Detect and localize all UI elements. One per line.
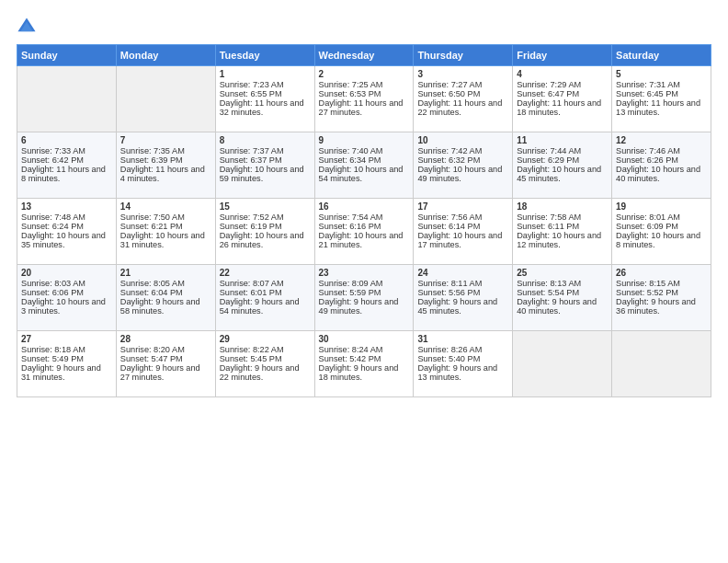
sunrise: Sunrise: 8:01 AM <box>616 213 680 222</box>
sunset: Sunset: 6:53 PM <box>319 89 381 98</box>
sunrise: Sunrise: 8:26 AM <box>417 345 482 354</box>
daylight: Daylight: 10 hours and 59 minutes. <box>220 165 304 183</box>
daylight: Daylight: 9 hours and 54 minutes. <box>220 297 300 316</box>
daylight: Daylight: 9 hours and 18 minutes. <box>319 363 399 382</box>
day-cell: 19 Sunrise: 8:01 AM Sunset: 6:09 PM Dayl… <box>612 199 711 265</box>
week-row-2: 6 Sunrise: 7:33 AM Sunset: 6:42 PM Dayli… <box>17 132 711 199</box>
day-cell: 13 Sunrise: 7:48 AM Sunset: 6:24 PM Dayl… <box>17 199 117 265</box>
sunrise: Sunrise: 8:03 AM <box>21 279 85 288</box>
day-cell: 29 Sunrise: 8:22 AM Sunset: 5:45 PM Dayl… <box>215 331 314 397</box>
day-cell: 9 Sunrise: 7:40 AM Sunset: 6:34 PM Dayli… <box>314 132 414 199</box>
day-cell: 30 Sunrise: 8:24 AM Sunset: 5:42 PM Dayl… <box>314 331 414 397</box>
week-row-1: 1 Sunrise: 7:23 AM Sunset: 6:55 PM Dayli… <box>17 66 711 132</box>
day-header-monday: Monday <box>116 45 215 66</box>
daylight: Daylight: 9 hours and 45 minutes. <box>417 297 497 316</box>
logo <box>17 17 40 37</box>
daylight: Daylight: 9 hours and 49 minutes. <box>319 297 399 316</box>
day-cell: 20 Sunrise: 8:03 AM Sunset: 6:06 PM Dayl… <box>17 265 117 331</box>
sunrise: Sunrise: 7:35 AM <box>120 146 185 155</box>
day-cell: 28 Sunrise: 8:20 AM Sunset: 5:47 PM Dayl… <box>116 331 215 397</box>
day-cell: 11 Sunrise: 7:44 AM Sunset: 6:29 PM Dayl… <box>513 132 612 199</box>
sunrise: Sunrise: 8:18 AM <box>21 345 85 354</box>
day-cell: 22 Sunrise: 8:07 AM Sunset: 6:01 PM Dayl… <box>215 265 314 331</box>
day-number: 1 <box>220 69 311 79</box>
day-number: 12 <box>616 135 707 145</box>
sunset: Sunset: 6:42 PM <box>21 155 84 165</box>
daylight: Daylight: 10 hours and 49 minutes. <box>417 165 502 183</box>
day-number: 14 <box>120 201 211 212</box>
day-number: 22 <box>220 268 311 278</box>
day-cell <box>17 66 117 132</box>
sunset: Sunset: 6:19 PM <box>220 222 282 231</box>
day-number: 11 <box>517 135 608 145</box>
daylight: Daylight: 9 hours and 31 minutes. <box>21 363 101 382</box>
sunrise: Sunrise: 7:29 AM <box>517 80 581 89</box>
day-number: 18 <box>517 201 608 212</box>
daylight: Daylight: 10 hours and 21 minutes. <box>319 231 404 249</box>
day-cell: 2 Sunrise: 7:25 AM Sunset: 6:53 PM Dayli… <box>314 66 414 132</box>
day-number: 8 <box>220 135 311 145</box>
day-number: 24 <box>417 268 508 278</box>
day-cell: 27 Sunrise: 8:18 AM Sunset: 5:49 PM Dayl… <box>17 331 117 397</box>
sunrise: Sunrise: 7:58 AM <box>517 213 581 222</box>
sunset: Sunset: 5:40 PM <box>417 354 480 363</box>
week-row-3: 13 Sunrise: 7:48 AM Sunset: 6:24 PM Dayl… <box>17 199 711 265</box>
sunset: Sunset: 6:24 PM <box>21 222 84 231</box>
sunset: Sunset: 6:45 PM <box>616 89 678 98</box>
sunset: Sunset: 5:59 PM <box>319 288 381 297</box>
daylight: Daylight: 11 hours and 32 minutes. <box>220 98 304 117</box>
sunset: Sunset: 5:52 PM <box>616 288 678 297</box>
day-number: 13 <box>21 201 112 212</box>
day-number: 20 <box>21 268 112 278</box>
day-number: 31 <box>417 334 508 344</box>
daylight: Daylight: 10 hours and 26 minutes. <box>220 231 304 249</box>
day-cell: 17 Sunrise: 7:56 AM Sunset: 6:14 PM Dayl… <box>414 199 513 265</box>
sunrise: Sunrise: 8:05 AM <box>120 279 185 288</box>
day-cell: 3 Sunrise: 7:27 AM Sunset: 6:50 PM Dayli… <box>414 66 513 132</box>
week-row-4: 20 Sunrise: 8:03 AM Sunset: 6:06 PM Dayl… <box>17 265 711 331</box>
sunset: Sunset: 6:37 PM <box>220 155 282 165</box>
sunset: Sunset: 6:06 PM <box>21 288 84 297</box>
sunset: Sunset: 6:26 PM <box>616 155 678 165</box>
sunrise: Sunrise: 8:22 AM <box>220 345 284 354</box>
sunset: Sunset: 6:11 PM <box>517 222 579 231</box>
day-cell: 24 Sunrise: 8:11 AM Sunset: 5:56 PM Dayl… <box>414 265 513 331</box>
daylight: Daylight: 10 hours and 17 minutes. <box>417 231 502 249</box>
daylight: Daylight: 11 hours and 22 minutes. <box>417 98 502 117</box>
sunrise: Sunrise: 7:40 AM <box>319 146 383 155</box>
sunset: Sunset: 6:29 PM <box>517 155 579 165</box>
day-cell: 26 Sunrise: 8:15 AM Sunset: 5:52 PM Dayl… <box>612 265 711 331</box>
sunrise: Sunrise: 7:48 AM <box>21 213 85 222</box>
day-number: 23 <box>319 268 410 278</box>
day-header-sunday: Sunday <box>17 45 117 66</box>
day-number: 27 <box>21 334 112 344</box>
sunset: Sunset: 6:14 PM <box>417 222 480 231</box>
sunrise: Sunrise: 7:42 AM <box>417 146 482 155</box>
sunset: Sunset: 6:21 PM <box>120 222 183 231</box>
sunrise: Sunrise: 8:15 AM <box>616 279 680 288</box>
sunrise: Sunrise: 7:56 AM <box>417 213 482 222</box>
daylight: Daylight: 9 hours and 27 minutes. <box>120 363 200 382</box>
daylight: Daylight: 11 hours and 4 minutes. <box>120 165 205 183</box>
day-number: 26 <box>616 268 707 278</box>
day-cell <box>513 331 612 397</box>
daylight: Daylight: 10 hours and 12 minutes. <box>517 231 601 249</box>
day-number: 2 <box>319 69 410 79</box>
day-number: 16 <box>319 201 410 212</box>
day-number: 3 <box>417 69 508 79</box>
sunset: Sunset: 6:34 PM <box>319 155 381 165</box>
day-number: 6 <box>21 135 112 145</box>
day-cell: 16 Sunrise: 7:54 AM Sunset: 6:16 PM Dayl… <box>314 199 414 265</box>
day-cell: 5 Sunrise: 7:31 AM Sunset: 6:45 PM Dayli… <box>612 66 711 132</box>
sunrise: Sunrise: 7:27 AM <box>417 80 482 89</box>
day-cell: 23 Sunrise: 8:09 AM Sunset: 5:59 PM Dayl… <box>314 265 414 331</box>
day-cell: 31 Sunrise: 8:26 AM Sunset: 5:40 PM Dayl… <box>414 331 513 397</box>
day-cell: 12 Sunrise: 7:46 AM Sunset: 6:26 PM Dayl… <box>612 132 711 199</box>
sunrise: Sunrise: 7:33 AM <box>21 146 85 155</box>
day-header-thursday: Thursday <box>414 45 513 66</box>
daylight: Daylight: 10 hours and 40 minutes. <box>616 165 700 183</box>
day-header-saturday: Saturday <box>612 45 711 66</box>
sunset: Sunset: 6:01 PM <box>220 288 282 297</box>
day-cell: 4 Sunrise: 7:29 AM Sunset: 6:47 PM Dayli… <box>513 66 612 132</box>
day-number: 29 <box>220 334 311 344</box>
